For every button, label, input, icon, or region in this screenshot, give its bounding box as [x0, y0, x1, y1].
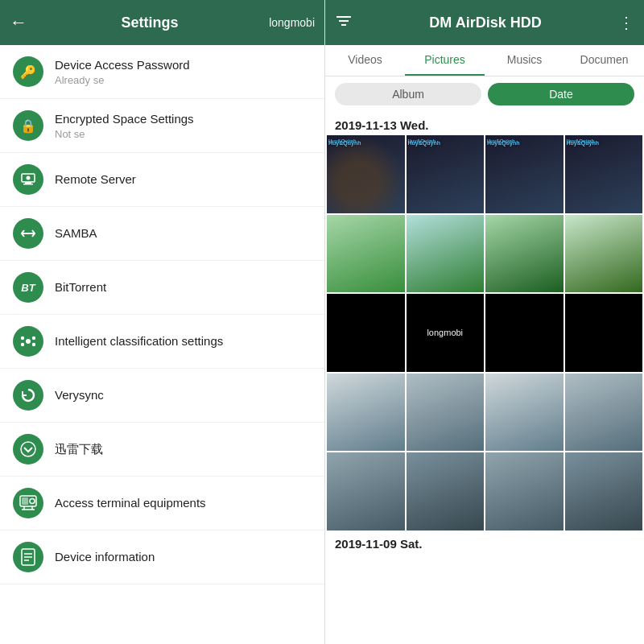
settings-panel: ← Settings longmobi 🔑 Device Access Pass…: [0, 0, 324, 644]
settings-item-encrypted-space[interactable]: 🔒 Encrypted Space Settings Not se: [0, 99, 324, 153]
date-label-1: 2019-11-13 Wed.: [325, 112, 644, 135]
photo-cell[interactable]: [485, 452, 564, 530]
svg-point-3: [27, 176, 31, 180]
header-username: longmobi: [269, 16, 315, 29]
tab-videos[interactable]: Videos: [325, 45, 405, 76]
tab-documents[interactable]: Documen: [564, 45, 644, 76]
photo-grid-1: Huy&Quỳnh Huy&Quỳnh Huy&Quỳnh Huy&Quỳnh: [325, 135, 644, 372]
tab-musics[interactable]: Musics: [485, 45, 564, 76]
photo-cell[interactable]: [485, 374, 564, 452]
item-label-device-info: Device information: [55, 549, 312, 565]
filter-icon[interactable]: [335, 14, 353, 32]
settings-item-xunlei[interactable]: 迅雷下载: [0, 423, 324, 477]
file-browser-header: DM AirDisk HDD ⋮: [325, 0, 644, 45]
settings-item-verysync[interactable]: Verysync: [0, 369, 324, 423]
photo-grid-3: [325, 452, 644, 530]
photo-cell[interactable]: Huy&Quỳnh: [327, 135, 405, 213]
item-label-bittorrent: BitTorrent: [55, 279, 312, 295]
item-status-encrypted-space: Not se: [55, 128, 312, 140]
item-label-intelligent-class: Intelligent classification settings: [55, 333, 312, 349]
svg-point-5: [26, 339, 31, 344]
settings-item-samba[interactable]: SAMBA: [0, 207, 324, 261]
settings-item-intelligent-class[interactable]: Intelligent classification settings: [0, 315, 324, 369]
photo-cell[interactable]: [327, 452, 405, 530]
svg-point-7: [32, 336, 35, 340]
file-browser-title: DM AirDisk HDD: [359, 14, 612, 31]
intelligent-class-icon: [13, 326, 43, 357]
settings-header: ← Settings longmobi: [0, 0, 324, 45]
key-icon: 🔑: [13, 56, 43, 87]
item-label-samba: SAMBA: [55, 225, 312, 242]
photo-cell-text: longmobi: [407, 294, 485, 372]
svg-rect-2: [23, 184, 33, 185]
xunlei-icon: [13, 434, 43, 464]
verysync-icon: [13, 380, 43, 411]
item-label-device-access: Device Access Password: [55, 57, 312, 73]
settings-item-device-info[interactable]: Device information: [0, 530, 324, 584]
settings-item-device-access[interactable]: 🔑 Device Access Password Already se: [0, 45, 324, 99]
settings-item-remote-server[interactable]: Remote Server: [0, 153, 324, 207]
photo-cell[interactable]: [327, 374, 405, 452]
photo-cell[interactable]: [485, 215, 564, 293]
photo-cell[interactable]: [565, 215, 643, 293]
photo-cell[interactable]: Huy&Quỳnh: [407, 135, 485, 213]
photo-cell[interactable]: Huy&Quỳnh: [485, 135, 564, 213]
svg-point-8: [21, 343, 24, 346]
bittorrent-icon: BT: [13, 272, 43, 303]
photo-cell[interactable]: [327, 294, 405, 372]
item-label-access-terminal: Access terminal equipments: [55, 495, 312, 511]
view-sub-tabs: Album Date: [325, 76, 644, 112]
photo-cell[interactable]: [485, 294, 564, 372]
photo-grid-2: [325, 374, 644, 452]
photo-cell[interactable]: [327, 215, 405, 293]
photo-cell[interactable]: [407, 452, 485, 530]
tab-pictures[interactable]: Pictures: [405, 45, 485, 76]
photo-scroll-area[interactable]: 2019-11-13 Wed. Huy&Quỳnh Huy&Quỳnh Huy&…: [325, 112, 644, 644]
svg-rect-12: [22, 497, 28, 505]
item-label-encrypted-space: Encrypted Space Settings: [55, 111, 312, 127]
sub-tab-date[interactable]: Date: [488, 83, 634, 105]
more-options-icon[interactable]: ⋮: [618, 13, 634, 32]
access-terminal-icon: [13, 488, 43, 518]
photo-cell[interactable]: [565, 294, 643, 372]
photo-cell-longmobi[interactable]: longmobi: [407, 294, 485, 372]
media-tabs: Videos Pictures Musics Documen: [325, 45, 644, 76]
svg-point-6: [21, 336, 24, 340]
photo-cell[interactable]: [565, 374, 643, 452]
file-browser-panel: DM AirDisk HDD ⋮ Videos Pictures Musics …: [324, 0, 644, 644]
svg-point-9: [32, 343, 35, 346]
photo-cell[interactable]: [407, 374, 485, 452]
svg-point-10: [21, 442, 35, 456]
settings-item-bittorrent[interactable]: BT BitTorrent: [0, 261, 324, 315]
item-label-verysync: Verysync: [55, 387, 312, 403]
svg-point-13: [30, 499, 35, 504]
device-info-icon: [13, 542, 43, 572]
settings-item-access-terminal[interactable]: Access terminal equipments: [0, 477, 324, 530]
date-label-2: 2019-11-09 Sat.: [325, 530, 644, 554]
photo-cell[interactable]: Huy&Quỳnh: [565, 135, 643, 213]
settings-title: Settings: [37, 14, 262, 31]
sub-tab-album[interactable]: Album: [335, 83, 481, 105]
item-label-remote-server: Remote Server: [55, 171, 312, 188]
remote-server-icon: [13, 164, 43, 195]
item-status-device-access: Already se: [55, 74, 312, 86]
samba-icon: [13, 218, 43, 249]
svg-rect-1: [25, 182, 31, 184]
photo-cell[interactable]: [565, 452, 643, 530]
lock-icon: 🔒: [13, 110, 43, 141]
settings-list: 🔑 Device Access Password Already se 🔒 En…: [0, 45, 324, 644]
item-label-xunlei: 迅雷下载: [55, 441, 312, 457]
back-button[interactable]: ←: [10, 12, 27, 33]
photo-cell[interactable]: [407, 215, 485, 293]
